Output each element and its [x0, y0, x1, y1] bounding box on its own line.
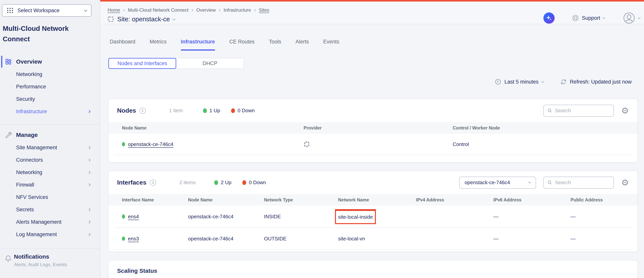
sidebar-item-networking-manage[interactable]: Networking [0, 166, 100, 178]
nodes-header-controls: ⚙ [544, 105, 629, 117]
tab-dashboard[interactable]: Dashboard [110, 39, 135, 50]
chevron-down-icon [638, 16, 640, 19]
refresh-label: Refresh: Updated just now [570, 79, 632, 85]
down-status-label: 0 Down [249, 180, 266, 186]
bell-icon [5, 255, 12, 262]
up-status-label: 2 Up [221, 180, 232, 186]
network-type-cell: OUTSIDE [264, 236, 338, 242]
sidebar-item-infrastructure[interactable]: Infrastructure [0, 105, 100, 118]
public-address-cell: — [570, 214, 632, 220]
sidebar-item-secrets[interactable]: Secrets [0, 203, 100, 216]
toggle-dhcp[interactable]: DHCP [176, 58, 244, 69]
support-menu[interactable]: Support [572, 14, 605, 22]
workspace-selector[interactable]: Select Workspace [2, 4, 92, 17]
ai-assistant-button[interactable] [544, 12, 555, 24]
toggle-nodes-and-interfaces[interactable]: Nodes and Interfaces [108, 58, 176, 69]
sidebar-section-overview[interactable]: Overview [0, 55, 100, 68]
info-icon[interactable]: i [140, 108, 146, 114]
sidebar-item-site-management[interactable]: Site Management [0, 141, 100, 154]
sidebar-item-label: Infrastructure [16, 108, 47, 114]
nodes-item-count: 1 item [169, 108, 183, 114]
sidebar-item-networking[interactable]: Networking [0, 68, 100, 80]
sidebar-item-nfv-services[interactable]: NFV Services [0, 191, 100, 203]
interfaces-search[interactable] [544, 176, 614, 189]
interfaces-item-count: 2 items [179, 180, 196, 186]
node-filter-dropdown[interactable]: openstack-ce-746c4 [459, 176, 536, 189]
sidebar-item-firewall[interactable]: Firewall [0, 178, 100, 191]
nodes-up-status: 1 Up [203, 108, 220, 114]
support-label: Support [582, 15, 600, 21]
nodes-search-input[interactable] [555, 108, 610, 114]
column-header-node-name: Node Name [122, 126, 304, 131]
sidebar-section-label: Overview [16, 58, 42, 65]
gear-icon[interactable]: ⚙ [621, 178, 629, 187]
sidebar-item-label: Connectors [16, 157, 43, 163]
breadcrumb-mcn: Multi-Cloud Network Connect [128, 7, 188, 13]
chevron-down-icon [602, 16, 605, 19]
sidebar-section-manage[interactable]: Manage [0, 128, 100, 141]
account-menu[interactable] [623, 12, 640, 24]
interface-link[interactable]: ens4 [128, 214, 139, 220]
network-name-cell: site-local-vn [338, 236, 416, 242]
chevron-right-icon [88, 233, 91, 236]
chevron-right-icon [88, 208, 91, 211]
site-tabs: Dashboard Metrics Infrastructure CE Rout… [110, 39, 339, 50]
sidebar-item-label: Networking [16, 71, 42, 77]
sidebar-item-label: NFV Services [16, 194, 48, 200]
ipv4-cell [416, 236, 493, 242]
up-status-label: 1 Up [210, 108, 220, 114]
refresh-status[interactable]: Refresh: Updated just now [560, 78, 632, 85]
sidebar-item-log-management[interactable]: Log Management [0, 228, 100, 240]
chevron-down-icon [172, 17, 176, 20]
app-root: Select Workspace Multi-Cloud Network Con… [0, 0, 644, 278]
ipv6-cell: — [493, 214, 570, 220]
breadcrumb: Home › Multi-Cloud Network Connect › Ove… [108, 7, 269, 13]
chevron-down-icon [528, 181, 531, 184]
network-type-cell: INSIDE [264, 214, 338, 220]
up-status-dot [203, 108, 207, 113]
ipv4-cell [416, 214, 493, 220]
interface-link[interactable]: ens3 [128, 236, 139, 242]
header-right-controls: Support [544, 12, 640, 24]
table-row: openstack-ce-746c4 Control [114, 134, 632, 155]
tab-alerts[interactable]: Alerts [296, 39, 309, 50]
info-icon[interactable]: i [150, 180, 156, 186]
tab-metrics[interactable]: Metrics [150, 39, 166, 50]
chevron-down-icon [84, 8, 87, 12]
sidebar-item-notifications[interactable]: Notifications Alerts, Audit Logs, Events [0, 249, 100, 267]
tab-tools[interactable]: Tools [269, 39, 281, 50]
column-header-public-address: Public Address [570, 197, 638, 202]
breadcrumb-separator: › [192, 7, 193, 13]
nodes-search[interactable] [544, 105, 614, 117]
node-name-cell: openstack-ce-746c4 [188, 214, 264, 220]
scaling-status-panel: Scaling Status [108, 260, 638, 278]
sidebar-section-label: Manage [16, 132, 38, 138]
sidebar-item-performance[interactable]: Performance [0, 80, 100, 93]
public-address-cell: — [570, 236, 632, 242]
chevron-right-icon [88, 110, 91, 113]
tab-events[interactable]: Events [323, 39, 339, 50]
down-status-dot [231, 108, 235, 113]
column-header-ipv4: IPv4 Address [416, 197, 493, 202]
sparkle-icon [546, 15, 552, 21]
gear-icon[interactable]: ⚙ [621, 106, 629, 115]
clock-icon [495, 78, 501, 85]
sidebar: Select Workspace Multi-Cloud Network Con… [0, 0, 100, 278]
breadcrumb-home[interactable]: Home [108, 7, 120, 13]
sidebar-item-connectors[interactable]: Connectors [0, 154, 100, 166]
node-link[interactable]: openstack-ce-746c4 [128, 141, 173, 147]
search-icon [547, 108, 552, 114]
sidebar-item-security[interactable]: Security [0, 93, 100, 105]
tab-ce-routes[interactable]: CE Routes [229, 39, 255, 50]
nodes-panel: Nodes i 1 item 1 Up 0 Down [108, 99, 638, 163]
tab-infrastructure[interactable]: Infrastructure [181, 39, 215, 50]
column-header-node-name: Node Name [188, 197, 264, 202]
time-range-selector[interactable]: Last 5 minutes [495, 78, 544, 85]
interfaces-search-input[interactable] [555, 180, 610, 186]
breadcrumb-sites[interactable]: Sites [259, 7, 269, 13]
page-title-row[interactable]: Site: openstack-ce [107, 16, 175, 23]
sidebar-item-label: Security [16, 96, 35, 102]
interfaces-panel-header: Interfaces i 2 items 2 Up 0 Down opensta… [108, 171, 638, 194]
sidebar-item-alerts-management[interactable]: Alerts Management [0, 216, 100, 228]
product-title: Multi-Cloud Network Connect [3, 23, 97, 44]
